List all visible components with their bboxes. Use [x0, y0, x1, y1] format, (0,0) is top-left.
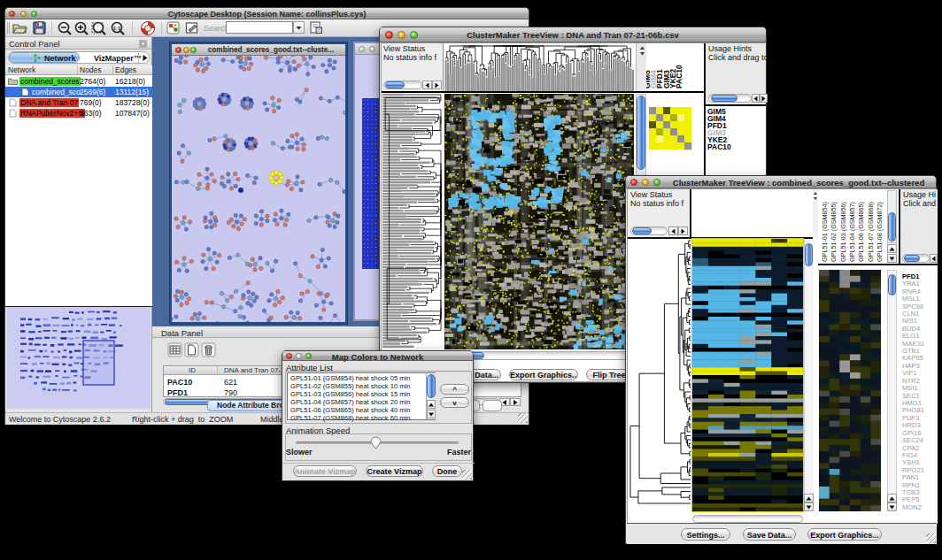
svg-text:GPL51-07 (GSM868): GPL51-07 (GSM868) [867, 202, 875, 262]
svg-text:PAC10: PAC10 [675, 65, 683, 88]
svg-text:GPL51-02 (GSM855): GPL51-02 (GSM855) [830, 202, 838, 262]
svg-text:GPL51-06 (GSM865): GPL51-06 (GSM865) [857, 202, 865, 262]
svg-text:GPL51-03 (GSM856): GPL51-03 (GSM856) [839, 202, 847, 262]
svg-text:GPL51-01 (GSM854): GPL51-01 (GSM854) [821, 202, 829, 262]
svg-text:GPL51-04 (GSM857): GPL51-04 (GSM857) [848, 202, 856, 262]
svg-text:1:1: 1:1 [113, 26, 121, 31]
svg-text:GPL51-08 (GSM872): GPL51-08 (GSM872) [876, 202, 884, 262]
